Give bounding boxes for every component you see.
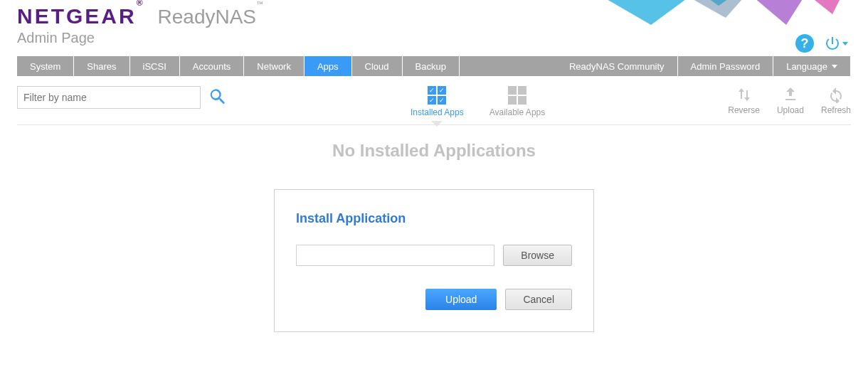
nav-system[interactable]: System (17, 56, 74, 76)
upload-button[interactable]: Upload (777, 86, 804, 115)
search-icon (208, 87, 228, 107)
caret-down-icon (832, 65, 837, 68)
tab-available-apps[interactable]: Available Apps (489, 86, 546, 117)
action-label: Refresh (821, 105, 851, 115)
power-icon (824, 35, 841, 52)
refresh-button[interactable]: Refresh (821, 86, 851, 115)
nav-admin-password[interactable]: Admin Password (678, 56, 774, 76)
power-menu[interactable] (824, 35, 848, 52)
dialog-title: Install Application (296, 211, 572, 226)
nav-shares[interactable]: Shares (74, 56, 129, 76)
install-application-dialog: Install Application Browse Upload Cancel (274, 189, 594, 332)
sort-reverse-icon (735, 86, 753, 103)
filter-input[interactable] (17, 86, 201, 109)
nav-apps[interactable]: Apps (305, 56, 352, 76)
tab-label: Installed Apps (411, 107, 464, 117)
browse-button[interactable]: Browse (503, 245, 572, 266)
caret-down-icon (842, 42, 848, 46)
nav-spacer (460, 56, 556, 76)
cancel-button[interactable]: Cancel (505, 289, 572, 310)
tab-installed-apps[interactable]: ✓✓ ✓✓ Installed Apps (411, 86, 464, 117)
nav-language-label: Language (786, 61, 827, 72)
nav-language[interactable]: Language (773, 56, 851, 76)
nav-accounts[interactable]: Accounts (180, 56, 244, 76)
nav-community[interactable]: ReadyNAS Community (556, 56, 678, 76)
reverse-button[interactable]: Reverse (728, 86, 760, 115)
brand-logo: NETGEAR® (17, 4, 145, 28)
search-button[interactable] (208, 87, 228, 109)
upload-icon (781, 86, 800, 103)
action-label: Upload (777, 105, 804, 115)
available-apps-icon (508, 86, 526, 105)
product-name: ReadyNAS™ (158, 6, 264, 28)
action-label: Reverse (728, 105, 760, 115)
nav-backup[interactable]: Backup (403, 56, 460, 76)
nav-cloud[interactable]: Cloud (352, 56, 403, 76)
installed-apps-icon: ✓✓ ✓✓ (428, 86, 446, 105)
file-path-input[interactable] (296, 245, 494, 266)
main-nav: System Shares iSCSI Accounts Network App… (17, 56, 851, 76)
nav-network[interactable]: Network (244, 56, 305, 76)
refresh-icon (827, 86, 845, 103)
tab-label: Available Apps (489, 107, 546, 117)
help-icon[interactable]: ? (795, 34, 814, 53)
page-title: Admin Page (17, 30, 851, 46)
empty-state-message: No Installed Applications (0, 141, 868, 161)
nav-iscsi[interactable]: iSCSI (130, 56, 180, 76)
upload-confirm-button[interactable]: Upload (425, 289, 497, 310)
